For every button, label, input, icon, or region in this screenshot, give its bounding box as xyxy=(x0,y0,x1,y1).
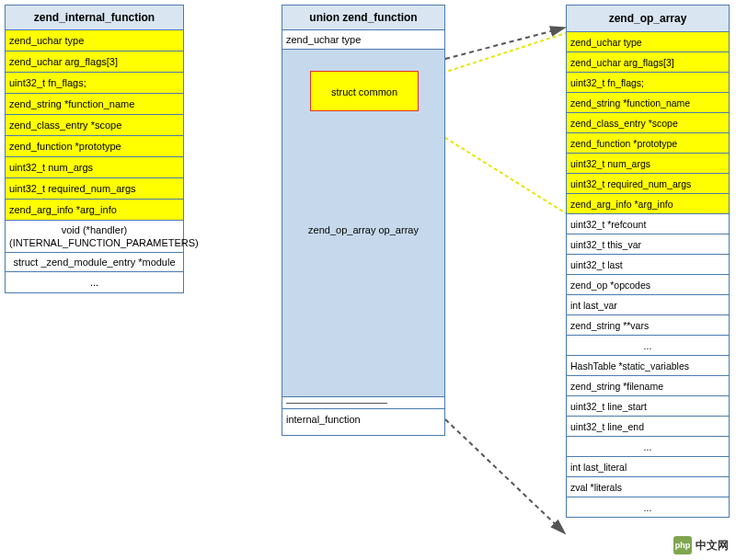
struct-field: zend_uchar arg_flags[3] xyxy=(567,52,729,73)
op-array-label: zend_op_array op_array xyxy=(282,224,444,235)
struct-rows: zend_uchar typezend_uchar arg_flags[3]ui… xyxy=(567,32,729,517)
struct-rows: zend_uchar typezend_uchar arg_flags[3]ui… xyxy=(6,30,183,292)
union-op-array-region: struct common zend_op_array op_array xyxy=(282,50,444,397)
struct-field: HashTable *static_variables xyxy=(567,356,729,376)
zend-op-array-struct: zend_op_array zend_uchar typezend_uchar … xyxy=(566,5,730,518)
struct-field: uint32_t fn_flags; xyxy=(6,73,183,94)
struct-field: uint32_t *refcount xyxy=(567,214,729,234)
struct-field: ... xyxy=(567,336,729,356)
struct-field: zend_uchar type xyxy=(6,30,183,51)
struct-field: int last_var xyxy=(567,295,729,315)
struct-field: zend_string *filename xyxy=(567,376,729,396)
svg-line-1 xyxy=(445,419,565,533)
struct-field: zend_uchar type xyxy=(567,32,729,52)
struct-field: uint32_t num_args xyxy=(6,157,183,178)
struct-field: zend_arg_info *arg_info xyxy=(567,194,729,214)
union-internal-function-row: internal_function xyxy=(282,409,444,435)
struct-field: int last_literal xyxy=(567,457,729,477)
struct-field: zend_function *prototype xyxy=(567,133,729,154)
struct-field: zend_op *opcodes xyxy=(567,275,729,295)
struct-field: ... xyxy=(6,272,183,292)
struct-field: ... xyxy=(567,437,729,457)
struct-title: zend_internal_function xyxy=(6,6,183,30)
struct-title: zend_op_array xyxy=(567,6,729,32)
struct-field: uint32_t required_num_args xyxy=(567,174,729,194)
struct-field: ... xyxy=(567,497,729,517)
struct-field: zend_arg_info *arg_info xyxy=(6,200,183,221)
svg-line-0 xyxy=(445,28,565,59)
struct-field: zend_string **vars xyxy=(567,315,729,336)
php-logo-icon: php xyxy=(673,536,692,554)
struct-field: struct _zend_module_entry *module xyxy=(6,253,183,272)
union-type-row: zend_uchar type xyxy=(282,30,444,50)
struct-field: uint32_t last xyxy=(567,255,729,275)
struct-field: uint32_t required_num_args xyxy=(6,178,183,200)
watermark-text: 中文网 xyxy=(696,538,729,554)
union-zend-function: union zend_function zend_uchar type stru… xyxy=(282,5,445,436)
struct-field: uint32_t line_end xyxy=(567,417,729,437)
struct-field: zend_string *function_name xyxy=(6,94,183,115)
struct-field: uint32_t num_args xyxy=(567,154,729,174)
struct-field: zend_string *function_name xyxy=(567,93,729,113)
struct-field: zval *literals xyxy=(567,477,729,497)
zend-internal-function-struct: zend_internal_function zend_uchar typeze… xyxy=(5,5,184,293)
watermark: php 中文网 xyxy=(673,536,729,554)
struct-field: zend_class_entry *scope xyxy=(6,115,183,136)
struct-field: uint32_t fn_flags; xyxy=(567,73,729,93)
struct-field: uint32_t this_var xyxy=(567,234,729,255)
struct-field: uint32_t line_start xyxy=(567,396,729,417)
struct-field: zend_uchar arg_flags[3] xyxy=(6,51,183,73)
union-strike-row: ——————————— xyxy=(282,397,444,409)
struct-common-box: struct common xyxy=(310,71,419,111)
struct-field: zend_class_entry *scope xyxy=(567,113,729,133)
struct-title: union zend_function xyxy=(282,6,444,30)
struct-field: zend_function *prototype xyxy=(6,136,183,157)
struct-field: void (*handler)(INTERNAL_FUNCTION_PARAME… xyxy=(6,221,183,253)
